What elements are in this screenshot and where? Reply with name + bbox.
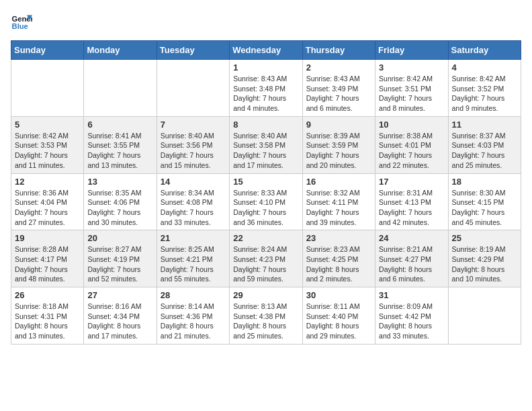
calendar-day-cell	[448, 287, 521, 345]
day-number: 17	[379, 177, 444, 187]
calendar-day-cell: 23Sunrise: 8:23 AM Sunset: 4:25 PM Dayli…	[302, 230, 375, 287]
calendar-day-cell: 29Sunrise: 8:13 AM Sunset: 4:38 PM Dayli…	[230, 287, 302, 345]
svg-text:Blue: Blue	[12, 22, 28, 30]
calendar-day-cell: 28Sunrise: 8:14 AM Sunset: 4:36 PM Dayli…	[157, 287, 229, 345]
day-number: 31	[379, 290, 444, 300]
day-info: Sunrise: 8:39 AM Sunset: 3:59 PM Dayligh…	[306, 131, 371, 171]
calendar-day-cell: 18Sunrise: 8:30 AM Sunset: 4:15 PM Dayli…	[448, 173, 521, 230]
day-info: Sunrise: 8:37 AM Sunset: 4:03 PM Dayligh…	[452, 131, 517, 171]
calendar-table: SundayMondayTuesdayWednesdayThursdayFrid…	[11, 40, 521, 345]
day-number: 18	[452, 177, 517, 187]
day-info: Sunrise: 8:34 AM Sunset: 4:08 PM Dayligh…	[161, 188, 226, 228]
calendar-week-row: 1Sunrise: 8:43 AM Sunset: 3:48 PM Daylig…	[11, 60, 521, 117]
day-info: Sunrise: 8:18 AM Sunset: 4:31 PM Dayligh…	[15, 302, 80, 341]
day-number: 4	[452, 62, 517, 73]
day-number: 19	[15, 233, 80, 243]
calendar-day-header: Friday	[375, 41, 448, 60]
calendar-day-header: Sunday	[11, 41, 84, 60]
day-info: Sunrise: 8:14 AM Sunset: 4:36 PM Dayligh…	[161, 302, 226, 341]
calendar-day-cell: 3Sunrise: 8:42 AM Sunset: 3:51 PM Daylig…	[375, 60, 448, 117]
day-number: 7	[161, 120, 226, 130]
calendar-day-cell: 14Sunrise: 8:34 AM Sunset: 4:08 PM Dayli…	[157, 173, 229, 230]
calendar-day-cell: 5Sunrise: 8:42 AM Sunset: 3:53 PM Daylig…	[11, 116, 84, 173]
calendar-week-row: 5Sunrise: 8:42 AM Sunset: 3:53 PM Daylig…	[11, 116, 521, 173]
day-number: 1	[233, 62, 298, 73]
calendar-day-cell: 17Sunrise: 8:31 AM Sunset: 4:13 PM Dayli…	[375, 173, 448, 230]
day-info: Sunrise: 8:33 AM Sunset: 4:10 PM Dayligh…	[233, 188, 298, 228]
day-number: 22	[233, 233, 298, 243]
day-number: 11	[452, 120, 517, 130]
calendar-day-cell: 7Sunrise: 8:40 AM Sunset: 3:56 PM Daylig…	[157, 116, 229, 173]
day-number: 28	[161, 290, 226, 300]
day-info: Sunrise: 8:40 AM Sunset: 3:56 PM Dayligh…	[161, 131, 226, 171]
day-number: 27	[87, 290, 152, 300]
calendar-day-cell: 13Sunrise: 8:35 AM Sunset: 4:06 PM Dayli…	[84, 173, 157, 230]
calendar-day-header: Tuesday	[157, 41, 229, 60]
day-number: 20	[87, 233, 152, 243]
calendar-header-row: SundayMondayTuesdayWednesdayThursdayFrid…	[11, 41, 521, 60]
day-number: 13	[87, 177, 152, 187]
calendar-day-header: Wednesday	[230, 41, 302, 60]
day-number: 24	[379, 233, 444, 243]
calendar-week-row: 26Sunrise: 8:18 AM Sunset: 4:31 PM Dayli…	[11, 287, 521, 345]
calendar-day-cell: 20Sunrise: 8:27 AM Sunset: 4:19 PM Dayli…	[84, 230, 157, 287]
calendar-day-cell: 22Sunrise: 8:24 AM Sunset: 4:23 PM Dayli…	[230, 230, 302, 287]
calendar-day-cell: 8Sunrise: 8:40 AM Sunset: 3:58 PM Daylig…	[230, 116, 302, 173]
calendar-day-cell: 4Sunrise: 8:42 AM Sunset: 3:52 PM Daylig…	[448, 60, 521, 117]
calendar-day-cell: 30Sunrise: 8:11 AM Sunset: 4:40 PM Dayli…	[302, 287, 375, 345]
day-info: Sunrise: 8:19 AM Sunset: 4:29 PM Dayligh…	[452, 244, 517, 284]
day-info: Sunrise: 8:11 AM Sunset: 4:40 PM Dayligh…	[306, 302, 371, 341]
day-number: 14	[161, 177, 226, 187]
day-number: 2	[306, 62, 371, 73]
day-number: 21	[161, 233, 226, 243]
day-info: Sunrise: 8:30 AM Sunset: 4:15 PM Dayligh…	[452, 188, 517, 228]
calendar-day-cell: 27Sunrise: 8:16 AM Sunset: 4:34 PM Dayli…	[84, 287, 157, 345]
calendar-week-row: 12Sunrise: 8:36 AM Sunset: 4:04 PM Dayli…	[11, 173, 521, 230]
calendar-day-cell	[11, 60, 84, 117]
day-number: 6	[87, 120, 152, 130]
calendar-day-cell: 26Sunrise: 8:18 AM Sunset: 4:31 PM Dayli…	[11, 287, 84, 345]
day-number: 15	[233, 177, 298, 187]
day-number: 25	[452, 233, 517, 243]
day-number: 12	[15, 177, 80, 187]
calendar-day-cell: 24Sunrise: 8:21 AM Sunset: 4:27 PM Dayli…	[375, 230, 448, 287]
day-number: 10	[379, 120, 444, 130]
day-info: Sunrise: 8:16 AM Sunset: 4:34 PM Dayligh…	[87, 302, 152, 341]
day-info: Sunrise: 8:41 AM Sunset: 3:55 PM Dayligh…	[87, 131, 152, 171]
calendar-day-cell: 19Sunrise: 8:28 AM Sunset: 4:17 PM Dayli…	[11, 230, 84, 287]
day-info: Sunrise: 8:31 AM Sunset: 4:13 PM Dayligh…	[379, 188, 444, 228]
day-info: Sunrise: 8:25 AM Sunset: 4:21 PM Dayligh…	[161, 244, 226, 284]
calendar-week-row: 19Sunrise: 8:28 AM Sunset: 4:17 PM Dayli…	[11, 230, 521, 287]
calendar-day-cell: 10Sunrise: 8:38 AM Sunset: 4:01 PM Dayli…	[375, 116, 448, 173]
calendar-day-cell: 1Sunrise: 8:43 AM Sunset: 3:48 PM Daylig…	[230, 60, 302, 117]
day-number: 29	[233, 290, 298, 300]
calendar-day-cell: 16Sunrise: 8:32 AM Sunset: 4:11 PM Dayli…	[302, 173, 375, 230]
day-info: Sunrise: 8:32 AM Sunset: 4:11 PM Dayligh…	[306, 188, 371, 228]
calendar-day-cell: 25Sunrise: 8:19 AM Sunset: 4:29 PM Dayli…	[448, 230, 521, 287]
day-info: Sunrise: 8:35 AM Sunset: 4:06 PM Dayligh…	[87, 188, 152, 228]
logo: General Blue	[11, 11, 32, 32]
calendar-day-cell: 11Sunrise: 8:37 AM Sunset: 4:03 PM Dayli…	[448, 116, 521, 173]
calendar-day-cell: 9Sunrise: 8:39 AM Sunset: 3:59 PM Daylig…	[302, 116, 375, 173]
day-info: Sunrise: 8:23 AM Sunset: 4:25 PM Dayligh…	[306, 244, 371, 284]
day-number: 23	[306, 233, 371, 243]
day-info: Sunrise: 8:42 AM Sunset: 3:52 PM Dayligh…	[452, 74, 517, 113]
day-number: 3	[379, 62, 444, 73]
calendar-day-cell: 21Sunrise: 8:25 AM Sunset: 4:21 PM Dayli…	[157, 230, 229, 287]
day-info: Sunrise: 8:42 AM Sunset: 3:53 PM Dayligh…	[15, 131, 80, 171]
page-header: General Blue	[11, 11, 521, 32]
calendar-day-cell	[157, 60, 229, 117]
day-info: Sunrise: 8:13 AM Sunset: 4:38 PM Dayligh…	[233, 302, 298, 341]
day-number: 9	[306, 120, 371, 130]
day-info: Sunrise: 8:28 AM Sunset: 4:17 PM Dayligh…	[15, 244, 80, 284]
day-info: Sunrise: 8:38 AM Sunset: 4:01 PM Dayligh…	[379, 131, 444, 171]
calendar-day-cell	[84, 60, 157, 117]
calendar-day-cell: 2Sunrise: 8:43 AM Sunset: 3:49 PM Daylig…	[302, 60, 375, 117]
day-number: 5	[15, 120, 80, 130]
day-info: Sunrise: 8:40 AM Sunset: 3:58 PM Dayligh…	[233, 131, 298, 171]
calendar-day-cell: 12Sunrise: 8:36 AM Sunset: 4:04 PM Dayli…	[11, 173, 84, 230]
calendar-day-cell: 31Sunrise: 8:09 AM Sunset: 4:42 PM Dayli…	[375, 287, 448, 345]
calendar-day-cell: 6Sunrise: 8:41 AM Sunset: 3:55 PM Daylig…	[84, 116, 157, 173]
day-number: 16	[306, 177, 371, 187]
day-info: Sunrise: 8:27 AM Sunset: 4:19 PM Dayligh…	[87, 244, 152, 284]
